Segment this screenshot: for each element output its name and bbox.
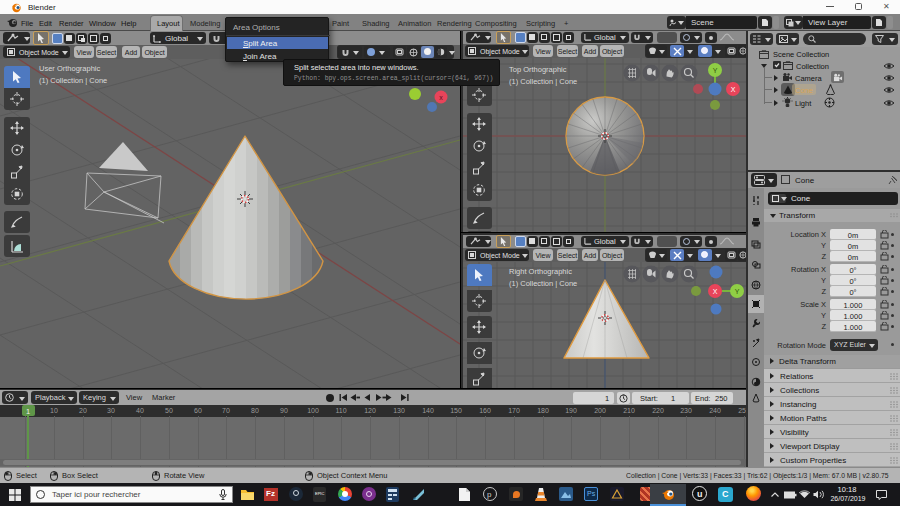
svg-text:x: x bbox=[439, 94, 443, 101]
svg-text:Y: Y bbox=[713, 67, 718, 74]
svg-text:X: X bbox=[713, 288, 718, 295]
svg-text:Y: Y bbox=[735, 288, 740, 295]
svg-text:X: X bbox=[731, 86, 736, 93]
